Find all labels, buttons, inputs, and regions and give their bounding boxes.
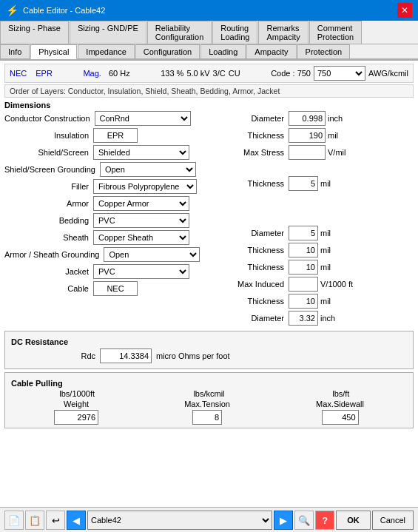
help-button[interactable]: ?	[315, 511, 334, 530]
weight-col: Weight 2976	[54, 400, 98, 425]
cable-diameter-unit: inch	[320, 314, 341, 323]
jacket-thickness-input[interactable]: 10	[289, 294, 318, 309]
conductor-construction-select[interactable]: ConRnd	[95, 111, 191, 126]
rdc-input[interactable]: 14.3384	[100, 349, 152, 363]
dc-resistance-label: DC Resistance	[11, 337, 407, 346]
armor-row: Armor Copper Armor	[4, 196, 226, 211]
max-induced-unit: V/1000 ft	[320, 280, 359, 289]
insulation-thickness-row: Thickness 190 mil	[229, 128, 414, 143]
copy-button[interactable]: 📋	[25, 511, 44, 530]
max-stress-input[interactable]	[289, 145, 326, 160]
nav-combo: Cable42 ▶	[87, 511, 293, 530]
awg-label: AWG/kcmil	[368, 69, 408, 78]
copy-icon: 📋	[29, 515, 41, 526]
prev-icon: ◀	[73, 515, 80, 526]
shield-grounding-row: Shield/Screen Grounding Open	[4, 162, 226, 177]
tab-impedance[interactable]: Impedance	[78, 44, 134, 58]
ok-button[interactable]: OK	[336, 511, 371, 530]
undo-button[interactable]: ↩	[46, 511, 65, 530]
armor-sheath-grounding-select[interactable]: Open	[104, 247, 200, 262]
weight-row-label: Weight	[64, 400, 89, 408]
epr-mag-val: 133 %	[161, 69, 183, 78]
info-left: NEC EPR	[10, 69, 53, 78]
epr-label: EPR	[36, 69, 53, 78]
cable-pulling-label: Cable Pulling	[11, 379, 407, 388]
diameter-input[interactable]: 0.998	[289, 111, 326, 126]
jacket-select[interactable]: PVC	[93, 264, 189, 279]
sheath-select[interactable]: Copper Sheath	[93, 230, 189, 245]
shield-thickness-input[interactable]: 5	[289, 176, 318, 191]
tab-routing[interactable]: RoutingLoading	[212, 21, 257, 44]
jacket-thickness-row: Thickness 10 mil	[229, 294, 414, 309]
tab-info[interactable]: Info	[0, 44, 30, 58]
max-induced-input[interactable]	[289, 277, 318, 292]
mag-label: Mag.	[83, 69, 101, 78]
cable-select[interactable]: Cable42	[87, 511, 272, 530]
tab-loading[interactable]: Loading	[200, 44, 246, 58]
tab-physical[interactable]: Physical	[30, 44, 77, 59]
nec-label: NEC	[10, 69, 27, 78]
tab-sizing-gnd[interactable]: Sizing - GND/PE	[70, 21, 146, 44]
armor-diameter-input[interactable]: 5	[289, 226, 318, 240]
armor-sheath-grounding-label: Armor / Sheath Grounding	[4, 250, 104, 259]
insulation-thickness-label: Thickness	[229, 131, 289, 140]
armor-select[interactable]: Copper Armor	[93, 196, 189, 211]
tab-remarks[interactable]: RemarksAmpacity	[258, 21, 308, 44]
tab-ampacity[interactable]: Ampacity	[246, 44, 296, 58]
insulation-input[interactable]: EPR	[93, 128, 138, 143]
next-button[interactable]: ▶	[274, 511, 293, 530]
sidewall-input[interactable]: 450	[322, 410, 359, 425]
jacket-label: Jacket	[4, 267, 93, 276]
tab-protection[interactable]: Protection	[297, 44, 351, 58]
shield-grounding-label: Shield/Screen Grounding	[4, 165, 100, 174]
diameter-unit: inch	[328, 114, 348, 123]
jacket-row: Jacket PVC	[4, 264, 226, 279]
insulation-thickness-unit: mil	[328, 131, 348, 140]
cu-label: CU	[229, 69, 240, 78]
jacket-thickness-unit: mil	[320, 297, 341, 306]
cable-input[interactable]: NEC	[93, 281, 138, 296]
cable-row: Cable NEC	[4, 281, 226, 296]
conductor-construction-row: Conductor Construction ConRnd	[4, 111, 226, 126]
info-section: NEC EPR Mag. 60 Hz 133 % 5.0 kV 3/C CU C…	[4, 64, 414, 83]
shield-grounding-select[interactable]: Open	[100, 162, 196, 177]
diameter-row: Diameter 0.998 inch	[229, 111, 414, 126]
search-button[interactable]: 🔍	[294, 511, 314, 530]
jacket-thickness-label: Thickness	[229, 297, 289, 306]
tab-rows: Sizing - Phase Sizing - GND/PE Reliabili…	[0, 21, 418, 61]
cable-diameter-input[interactable]: 3.32	[289, 311, 318, 326]
new-button[interactable]: 📄	[4, 511, 24, 530]
window-title: Cable Editor - Cable42	[23, 6, 105, 15]
max-stress-row: Max Stress V/mil	[229, 145, 414, 160]
max-induced-row: Max Induced V/1000 ft	[229, 277, 414, 292]
tab-reliability[interactable]: ReliabilityConfiguration	[147, 21, 212, 44]
cable-label: Cable	[4, 284, 93, 293]
insulation-thickness-input[interactable]: 190	[289, 128, 326, 143]
tab-row-1: Sizing - Phase Sizing - GND/PE Reliabili…	[0, 21, 418, 44]
epr-phases: 3/C	[213, 69, 226, 78]
dc-resistance-box: DC Resistance Rdc 14.3384 micro Ohms per…	[4, 331, 414, 369]
code-label: Code : 750	[271, 69, 311, 78]
max-stress-label: Max Stress	[229, 148, 289, 157]
armor-diameter-unit: mil	[320, 229, 341, 238]
armor-label: Armor	[4, 199, 93, 208]
prev-button[interactable]: ◀	[67, 511, 86, 530]
order-of-layers: Order of Layers: Conductor, Insulation, …	[4, 84, 414, 98]
filler-select[interactable]: Fibrous Polypropylene	[93, 179, 197, 194]
cancel-button[interactable]: Cancel	[372, 511, 414, 530]
tab-comment[interactable]: CommentProtection	[309, 21, 363, 44]
sheath-thickness-input[interactable]: 10	[289, 260, 318, 275]
tab-configuration[interactable]: Configuration	[135, 44, 200, 58]
mag-val: 60 Hz	[109, 69, 130, 78]
shield-screen-label: Shield/Screen	[4, 148, 93, 157]
title-bar: ⚡ Cable Editor - Cable42 ✕	[0, 0, 418, 21]
shield-screen-select[interactable]: Shielded	[93, 145, 189, 160]
tab-sizing-phase[interactable]: Sizing - Phase	[0, 21, 69, 44]
bedding-select[interactable]: PVC	[93, 213, 189, 228]
bedding-thickness-row: Thickness 10 mil	[229, 243, 414, 257]
bedding-thickness-input[interactable]: 10	[289, 243, 318, 257]
weight-input[interactable]: 2976	[54, 410, 98, 425]
close-button[interactable]: ✕	[397, 3, 412, 18]
tension-input[interactable]: 8	[192, 410, 222, 425]
code-select[interactable]: 750	[314, 66, 365, 81]
